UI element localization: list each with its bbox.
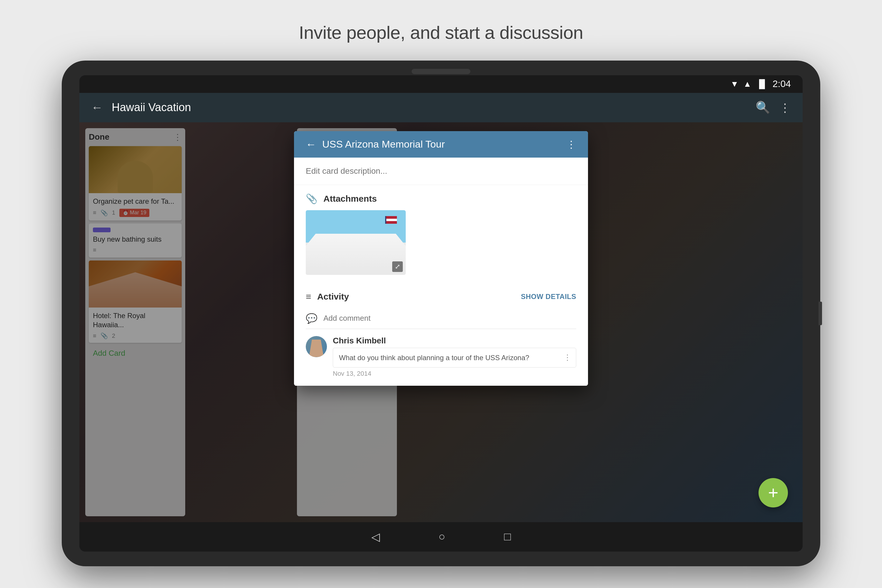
toolbar-back-button[interactable]: ← <box>91 101 103 114</box>
fab-add-button[interactable]: + <box>759 478 788 507</box>
comment-more-button[interactable]: ⋮ <box>564 352 571 363</box>
page-wrapper: Invite people, and start a discussion ▼ … <box>0 0 882 588</box>
app-toolbar: ← Hawaii Vacation 🔍 ⋮ <box>80 93 802 122</box>
add-comment-row: 💬 <box>306 308 576 329</box>
navigation-bar: ◁ ○ □ <box>80 522 802 552</box>
activity-title: Activity <box>317 292 515 302</box>
wifi-icon: ▼ <box>730 80 739 89</box>
modal-title: USS Arizona Memorial Tour <box>322 138 560 150</box>
modal-body: 📎 Attachments ⤢ ≡ <box>294 158 588 386</box>
card-detail-modal: ← USS Arizona Memorial Tour ⋮ <box>294 131 588 386</box>
comment-row-chris: Chris Kimbell What do you think about pl… <box>306 336 576 378</box>
attachment-expand-icon[interactable]: ⤢ <box>392 261 403 272</box>
attachment-building-shape <box>306 234 406 275</box>
show-details-button[interactable]: SHOW DETAILS <box>521 292 576 301</box>
more-options-icon[interactable]: ⋮ <box>779 101 791 114</box>
tablet-screen: ▼ ▲ ▐▌ 2:04 ← Hawaii Vacation 🔍 ⋮ <box>80 75 802 552</box>
attachments-icon: 📎 <box>306 193 318 204</box>
tablet-frame: ▼ ▲ ▐▌ 2:04 ← Hawaii Vacation 🔍 ⋮ <box>62 61 820 566</box>
nav-home-icon[interactable]: ○ <box>439 530 446 543</box>
modal-description-section <box>294 158 588 185</box>
search-icon[interactable]: 🔍 <box>756 100 770 114</box>
page-headline: Invite people, and start a discussion <box>299 22 583 43</box>
attachment-flag <box>385 216 397 224</box>
nav-recent-icon[interactable]: □ <box>504 530 511 543</box>
modal-header: ← USS Arizona Memorial Tour ⋮ <box>294 131 588 158</box>
tablet-side-button <box>819 302 822 325</box>
comment-content: Chris Kimbell What do you think about pl… <box>333 336 576 378</box>
modal-attachments-section: 📎 Attachments ⤢ <box>294 185 588 283</box>
toolbar-title: Hawaii Vacation <box>112 101 756 114</box>
battery-icon: ▐▌ <box>756 80 768 89</box>
modal-activity-section: ≡ Activity SHOW DETAILS 💬 <box>294 283 588 386</box>
commenter-avatar <box>306 336 327 357</box>
commenter-name: Chris Kimbell <box>333 336 576 345</box>
status-bar: ▼ ▲ ▐▌ 2:04 <box>80 75 802 93</box>
comment-bubble-icon: 💬 <box>306 313 318 324</box>
attachments-title: Attachments <box>323 194 576 204</box>
modal-back-button[interactable]: ← <box>306 138 316 150</box>
comment-bubble: What do you think about planning a tour … <box>333 348 576 368</box>
signal-icon: ▲ <box>743 80 752 89</box>
modal-description-input[interactable] <box>306 166 576 176</box>
add-comment-input[interactable] <box>323 314 576 323</box>
activity-icon: ≡ <box>306 291 311 302</box>
nav-back-icon[interactable]: ◁ <box>371 530 380 543</box>
modal-more-icon[interactable]: ⋮ <box>566 138 576 150</box>
comment-text: What do you think about planning a tour … <box>339 354 529 362</box>
comment-date: Nov 13, 2014 <box>333 370 576 378</box>
board-content: Done ⋮ Organize pet care for Ta. <box>80 122 802 522</box>
status-time: 2:04 <box>772 78 791 89</box>
attachment-image-uss[interactable]: ⤢ <box>306 210 406 275</box>
